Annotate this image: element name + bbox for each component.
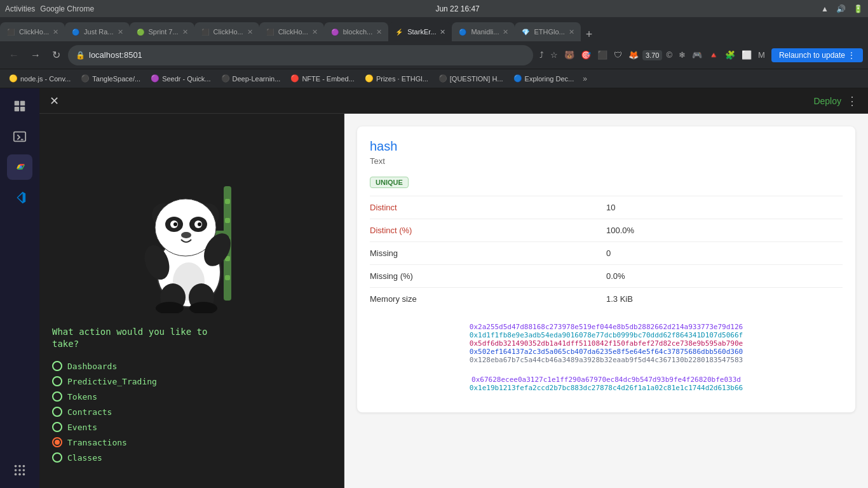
extension-icon-2[interactable]: 🎯 — [578, 48, 593, 62]
deploy-button[interactable]: Deploy — [813, 96, 841, 106]
tab-7-active[interactable]: ⚡ StarkEr... ✕ — [388, 22, 452, 41]
bookmark-2[interactable]: ⚫ TangleSpace/... — [77, 73, 144, 84]
bookmark-8[interactable]: 🔵 Exploring Dec... — [510, 73, 578, 84]
svg-point-11 — [18, 469, 21, 471]
tab-8[interactable]: 🔵 Manidli... ✕ — [452, 22, 515, 41]
back-button[interactable]: ← — [5, 47, 23, 64]
tab-2[interactable]: 🔵 Just Ra... ✕ — [65, 22, 129, 41]
radio-label-dashboards: Dashboards — [67, 362, 117, 371]
tab-3[interactable]: 🟢 Sprint 7... ✕ — [130, 22, 194, 41]
radio-predictive-trading[interactable]: Predictive_Trading — [52, 376, 331, 386]
address-bar[interactable]: 🔒 localhost:8501 — [68, 45, 533, 65]
extension-icon-7[interactable]: ❄ — [676, 48, 688, 62]
radio-transactions[interactable]: Transactions — [52, 437, 331, 447]
os-bar-right: ▲ 🔊 🔋 — [821, 4, 863, 13]
extension-icon-9[interactable]: 🔺 — [706, 48, 721, 62]
bookmark-4-title: Deep-Learnin... — [233, 75, 281, 83]
app-icon-chrome[interactable] — [7, 154, 32, 180]
radio-tokens[interactable]: Tokens — [52, 391, 331, 402]
puzzle-icon[interactable]: 🧩 — [722, 48, 738, 62]
svg-rect-3 — [20, 107, 25, 111]
stat-value-distinct: 10 — [606, 196, 843, 219]
bookmark-4-icon: ⚫ — [221, 74, 230, 83]
tab-2-close[interactable]: ✕ — [118, 28, 123, 36]
page-header: ✕ Deploy ⋮ — [39, 88, 868, 114]
app-icon-terminal[interactable] — [7, 124, 32, 149]
tab-6[interactable]: 🟣 blockch... ✕ — [324, 22, 388, 41]
radio-contracts[interactable]: Contracts — [52, 407, 331, 417]
left-panel: What action would you like to take? Dash… — [39, 114, 344, 488]
radio-circle-dashboards — [52, 361, 62, 371]
tab-1-title: ClickHo... — [19, 28, 49, 36]
sidebar-toggle[interactable]: ⬜ — [739, 48, 754, 62]
data-card: hash Text UNIQUE Distinct 10 Distinct (%… — [357, 126, 855, 412]
url-text: localhost:8501 — [89, 50, 526, 60]
tab-5-favicon: ⬛ — [266, 27, 275, 36]
app-icon-grid[interactable] — [7, 458, 32, 483]
tab-9-close[interactable]: ✕ — [569, 28, 574, 36]
extension-icon-5[interactable]: 🦊 — [626, 48, 641, 62]
activities-label[interactable]: Activities — [5, 4, 35, 13]
forward-button[interactable]: → — [27, 47, 44, 64]
extension-icon-4[interactable]: 🛡 — [611, 48, 625, 62]
stat-value-memory: 1.3 KiB — [606, 288, 843, 311]
main-content: ✕ Deploy ⋮ — [0, 88, 868, 488]
chat-prompt-text: What action would you like to take? — [52, 327, 207, 349]
svg-point-15 — [23, 473, 25, 476]
tab-6-favicon: 🟣 — [330, 27, 339, 36]
page-menu-button[interactable]: ⋮ — [846, 94, 858, 108]
profile-icon[interactable]: M — [756, 48, 768, 62]
battery-icon: 🔋 — [853, 4, 863, 13]
svg-point-13 — [15, 473, 17, 476]
svg-rect-2 — [15, 107, 19, 111]
relaunch-label: Relaunch to update — [779, 51, 845, 60]
radio-classes[interactable]: Classes — [52, 452, 331, 463]
bookmark-1[interactable]: 🟡 node.js - Conv... — [5, 73, 74, 84]
tab-6-title: blockch... — [343, 28, 372, 36]
tab-7-close[interactable]: ✕ — [440, 28, 445, 36]
radio-events[interactable]: Events — [52, 422, 331, 432]
bookmark-star-icon[interactable]: ☆ — [548, 48, 560, 62]
extension-counter[interactable]: 3.70 — [642, 50, 662, 60]
bookmark-8-title: Exploring Dec... — [525, 75, 574, 83]
bookmarks-more-button[interactable]: » — [580, 73, 590, 85]
reload-button[interactable]: ↻ — [48, 46, 64, 64]
bookmark-5[interactable]: 🔴 NFTE - Embed... — [287, 73, 358, 84]
hash-values: 0x2a255d5d47d88168c273978e519ef044e8b5db… — [370, 323, 843, 400]
extension-icon-3[interactable]: ⬛ — [595, 48, 610, 62]
tab-1-close[interactable]: ✕ — [53, 28, 58, 36]
panda-mascot — [135, 173, 249, 313]
right-panel[interactable]: hash Text UNIQUE Distinct 10 Distinct (%… — [344, 114, 868, 488]
tab-6-close[interactable]: ✕ — [376, 28, 382, 36]
tab-5[interactable]: ⬛ ClickHo... ✕ — [259, 22, 324, 41]
radio-circle-contracts — [52, 407, 62, 417]
table-row: Distinct 10 — [370, 196, 843, 219]
tab-4[interactable]: ⬛ ClickHo... ✕ — [194, 22, 259, 41]
share-icon[interactable]: ⤴ — [537, 48, 546, 62]
new-tab-button[interactable]: + — [581, 28, 598, 41]
relaunch-button[interactable]: Relaunch to update ⋮ — [771, 48, 863, 62]
tab-1[interactable]: ⬛ ClickHo... ✕ — [0, 22, 65, 41]
nav-icons: ⤴ ☆ 🐻 🎯 ⬛ 🛡 🦊 3.70 © ❄ 🎮 🔺 🧩 ⬜ M — [537, 48, 768, 62]
stat-label-distinct: Distinct — [370, 196, 606, 219]
tab-4-close[interactable]: ✕ — [247, 28, 253, 36]
bookmark-3[interactable]: 🟣 Seedr - Quick... — [147, 73, 214, 84]
bookmark-5-icon: 🔴 — [290, 74, 299, 83]
tab-3-close[interactable]: ✕ — [182, 28, 188, 36]
app-icon-vscode[interactable] — [7, 185, 32, 210]
extension-icon-1[interactable]: 🐻 — [562, 48, 577, 62]
bookmark-7[interactable]: ⚫ [QUESTION] H... — [435, 73, 507, 84]
tab-8-close[interactable]: ✕ — [503, 28, 508, 36]
field-name: hash — [370, 139, 843, 154]
tab-9[interactable]: 💎 ETHGlo... ✕ — [515, 22, 580, 41]
app-icon-files[interactable] — [7, 93, 32, 119]
extension-icon-8[interactable]: 🎮 — [689, 48, 705, 62]
extension-icon-6[interactable]: © — [663, 48, 675, 62]
close-button[interactable]: ✕ — [50, 94, 59, 108]
tab-5-close[interactable]: ✕ — [312, 28, 318, 36]
bookmark-6[interactable]: 🟡 Prizes · ETHGl... — [361, 73, 432, 84]
radio-label-predictive: Predictive_Trading — [67, 377, 157, 386]
bookmark-4[interactable]: ⚫ Deep-Learnin... — [217, 73, 285, 84]
radio-dashboards[interactable]: Dashboards — [52, 361, 331, 371]
page-wrapper: ✕ Deploy ⋮ — [39, 88, 868, 488]
